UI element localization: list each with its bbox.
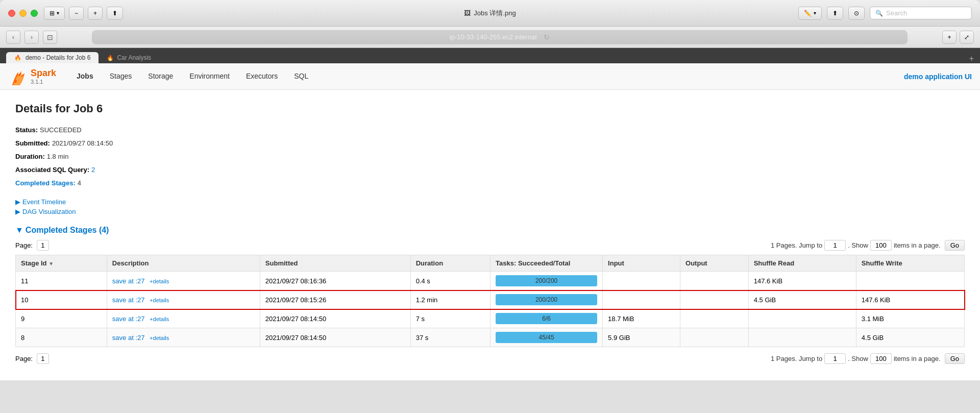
- cell-submitted: 2021/09/27 08:14:50: [260, 328, 410, 347]
- sidebar-toggle-button[interactable]: ⊞ ▾: [44, 7, 65, 20]
- title-bar-right: ✏️ ▾ ⬆ ⊙ 🔍 Search: [798, 7, 972, 20]
- tab-car-analysis[interactable]: 🔥 Car Analysis: [99, 52, 159, 63]
- completed-stages-value: 4: [78, 177, 81, 190]
- table-row: 10 save at :27 +details 2021/09/27 08:15…: [16, 290, 965, 309]
- svg-point-1: [14, 80, 17, 83]
- cell-stage-id: 8: [16, 328, 107, 347]
- cell-description: save at :27 +details: [107, 272, 260, 290]
- add-tab-button[interactable]: +: [942, 31, 957, 44]
- table-row: 8 save at :27 +details 2021/09/27 08:14:…: [16, 328, 965, 347]
- nav-jobs[interactable]: Jobs: [68, 64, 102, 89]
- details-link[interactable]: +details: [150, 335, 169, 341]
- browser-toolbar: ‹ › ⊡ ip-10-33-140-255.ec2.internal ↻ + …: [0, 27, 980, 48]
- top-pagination: Page: 1 1 Pages. Jump to . Show items in…: [15, 240, 965, 251]
- spark-logo: Spark 3.1.1: [8, 67, 56, 86]
- nav-storage[interactable]: Storage: [140, 64, 181, 89]
- tab-job-details[interactable]: 🔥 demo - Details for Job 6: [6, 52, 99, 63]
- show-count-input[interactable]: [870, 240, 892, 251]
- tab-bar: 🔥 demo - Details for Job 6 🔥 Car Analysi…: [0, 48, 980, 63]
- close-button[interactable]: [8, 10, 15, 17]
- cell-tasks: 200/200: [491, 290, 603, 309]
- cell-output: [680, 309, 749, 328]
- job-metadata: Status: SUCCEEDED Submitted: 2021/09/27 …: [15, 124, 965, 190]
- col-input: Input: [603, 255, 680, 272]
- table-header-row: Stage Id ▼ Description Submitted Duratio…: [16, 255, 965, 272]
- dag-viz-link[interactable]: ▶ DAG Visualization: [15, 208, 965, 215]
- sort-icon: ▼: [48, 261, 54, 266]
- forward-button[interactable]: ›: [24, 31, 39, 44]
- details-link[interactable]: +details: [150, 316, 169, 322]
- completed-stages-header: ▼ Completed Stages (4): [15, 226, 965, 235]
- cell-tasks: 6/6: [491, 309, 603, 328]
- document-icon: 🖼: [464, 9, 471, 17]
- edit-button[interactable]: ✏️ ▾: [798, 7, 822, 20]
- cell-shuffle-write: [856, 272, 964, 290]
- share-button[interactable]: ⬆: [107, 7, 123, 20]
- cell-duration: 37 s: [410, 328, 490, 347]
- cell-description: save at :27 +details: [107, 290, 260, 309]
- cell-description: save at :27 +details: [107, 309, 260, 328]
- maximize-button[interactable]: [31, 10, 38, 17]
- nav-executors[interactable]: Executors: [238, 64, 286, 89]
- reload-button[interactable]: ↻: [544, 33, 550, 41]
- back-button[interactable]: ‹: [6, 31, 20, 44]
- spark-app: Spark 3.1.1 Jobs Stages Storage Environm…: [0, 63, 980, 380]
- duration-value: 1.8 min: [47, 150, 69, 163]
- window-title: 🖼 Jobs 详情.png: [464, 9, 516, 18]
- go-button-bottom[interactable]: Go: [945, 353, 965, 364]
- completed-stages-row: Completed Stages: 4: [15, 177, 965, 190]
- status-value: SUCCEEDED: [40, 124, 82, 137]
- chevron-down-icon: ▾: [57, 10, 59, 16]
- fullscreen-button[interactable]: ⤢: [960, 31, 974, 44]
- bottom-pagination: Page: 1 1 Pages. Jump to . Show items in…: [15, 353, 965, 364]
- nav-sql[interactable]: SQL: [286, 64, 316, 89]
- share-icon: ⬆: [112, 10, 117, 17]
- new-tab-button[interactable]: +: [969, 54, 974, 63]
- description-link[interactable]: save at :27: [112, 315, 145, 323]
- cell-submitted: 2021/09/27 08:14:50: [260, 309, 410, 328]
- nav-stages[interactable]: Stages: [102, 64, 140, 89]
- cell-output: [680, 272, 749, 290]
- sql-query-link[interactable]: 2: [91, 163, 95, 177]
- table-row: 9 save at :27 +details 2021/09/27 08:14:…: [16, 309, 965, 328]
- jump-to-input-bottom[interactable]: [824, 353, 846, 364]
- cell-duration: 0.4 s: [410, 272, 490, 290]
- upload-icon: ⬆: [832, 10, 838, 17]
- zoom-in-button[interactable]: +: [88, 7, 103, 20]
- completed-stages-link[interactable]: Completed Stages:: [15, 177, 76, 190]
- upload-button[interactable]: ⬆: [827, 7, 843, 20]
- spark-nav: Spark 3.1.1 Jobs Stages Storage Environm…: [0, 63, 980, 90]
- details-link[interactable]: +details: [150, 297, 169, 303]
- description-link[interactable]: save at :27: [112, 334, 145, 342]
- jump-to-input[interactable]: [824, 240, 846, 251]
- page-number-bottom: 1: [37, 353, 49, 364]
- table-row: 11 save at :27 +details 2021/09/27 08:16…: [16, 272, 965, 290]
- cell-output: [680, 290, 749, 309]
- minimize-button[interactable]: [19, 10, 27, 17]
- person-button[interactable]: ⊙: [848, 7, 865, 20]
- zoom-out-button[interactable]: −: [69, 7, 84, 20]
- go-button[interactable]: Go: [945, 240, 965, 251]
- cell-stage-id: 10: [16, 290, 107, 309]
- description-link[interactable]: save at :27: [112, 296, 145, 304]
- cell-output: [680, 328, 749, 347]
- reader-button[interactable]: ⊡: [43, 31, 57, 44]
- cell-stage-id: 9: [16, 309, 107, 328]
- traffic-lights: [8, 10, 38, 17]
- event-timeline-link[interactable]: ▶ Event Timeline: [15, 198, 965, 206]
- search-bar[interactable]: 🔍 Search: [870, 7, 972, 19]
- page-label-left: Page: 1: [15, 240, 49, 251]
- address-bar[interactable]: ip-10-33-140-255.ec2.internal ↻: [92, 30, 908, 44]
- spark-nav-links: Jobs Stages Storage Environment Executor…: [68, 64, 316, 89]
- nav-environment[interactable]: Environment: [181, 64, 238, 89]
- col-output: Output: [680, 255, 749, 272]
- zoom-out-icon: −: [75, 10, 78, 17]
- cell-stage-id: 11: [16, 272, 107, 290]
- cell-shuffle-write: 3.1 MiB: [856, 309, 964, 328]
- cell-tasks: 200/200: [491, 272, 603, 290]
- description-link[interactable]: save at :27: [112, 277, 145, 285]
- details-link[interactable]: +details: [150, 278, 169, 284]
- app-label: demo application UI: [904, 72, 972, 81]
- show-count-input-bottom[interactable]: [870, 353, 892, 364]
- page-number-left: 1: [37, 240, 49, 251]
